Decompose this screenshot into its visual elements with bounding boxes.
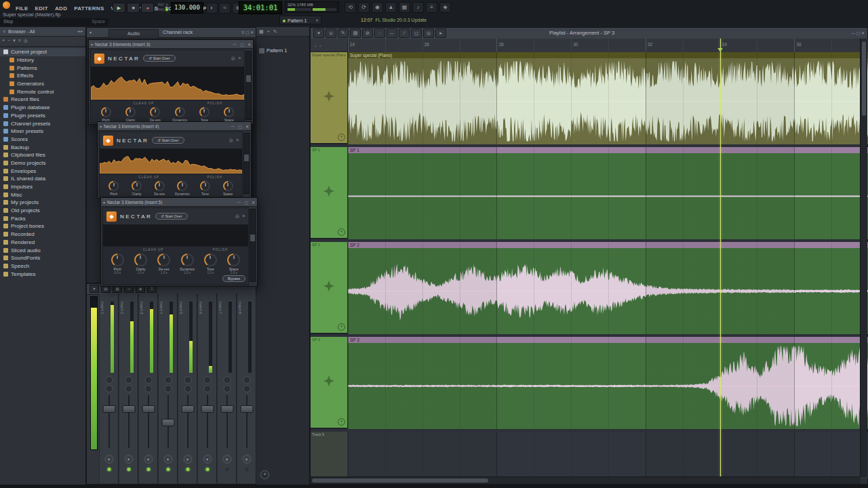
mixer-strip[interactable]: Insert 1▴: [99, 293, 119, 483]
burger-icon[interactable]: ≡: [3, 29, 5, 34]
menu-add[interactable]: ADD: [52, 4, 71, 12]
browser-item[interactable]: Sliced audio: [0, 246, 85, 254]
status-message[interactable]: 12:07FL Studio 20.0.3 Update: [361, 18, 427, 22]
collapse-icon[interactable]: −: [7, 37, 10, 45]
pan-knob[interactable]: [203, 376, 211, 384]
browser-item[interactable]: Plugin database: [0, 104, 85, 112]
volume-fader[interactable]: [240, 405, 253, 413]
mute-led-icon[interactable]: [107, 468, 111, 471]
volume-fader[interactable]: [142, 405, 155, 413]
browser-item[interactable]: Channel presets: [0, 119, 85, 127]
route-button[interactable]: ▴: [203, 455, 212, 464]
browser-item[interactable]: Plugin presets: [0, 112, 85, 120]
plugin-menu-icon[interactable]: ≡: [242, 214, 245, 219]
close-icon[interactable]: ✕: [245, 124, 249, 129]
plugin-menu-icon[interactable]: ≡: [236, 138, 239, 143]
browser-item[interactable]: Packs: [0, 214, 85, 222]
audio-clip[interactable]: SP 1: [348, 147, 868, 239]
help-icon[interactable]: ◎: [235, 214, 239, 219]
browser-item[interactable]: IL shared data: [0, 175, 85, 183]
minimize-icon[interactable]: —: [231, 124, 235, 128]
window-controls[interactable]: ≡ ▢ ✕: [241, 28, 254, 37]
mute-led-icon[interactable]: [146, 468, 150, 471]
track-add-button[interactable]: +: [338, 134, 345, 141]
add-icon[interactable]: +: [2, 37, 5, 45]
playlist-empty-area[interactable]: [311, 432, 868, 479]
mute-led-icon[interactable]: [127, 468, 130, 471]
clip-name-bar[interactable]: SP 1: [348, 147, 868, 153]
channel-rack-titlebar[interactable]: ▾ Audio Channel rack ≡ ▢ ✕: [87, 28, 256, 38]
knob-clarity[interactable]: [134, 253, 147, 266]
close-icon[interactable]: ✕: [252, 200, 255, 205]
blend-notes-icon[interactable]: ≈: [219, 3, 231, 14]
plugin-window[interactable]: ▾Nectar 3 Elements (Insert 4)—▢✕◆NECTAR↺…: [97, 121, 252, 199]
browser-item[interactable]: Mixer presets: [0, 127, 85, 136]
help-icon[interactable]: ◎: [229, 138, 233, 143]
track-header[interactable]: Track 5: [311, 432, 347, 479]
browser-item[interactable]: Project bones: [0, 222, 85, 230]
chevron-down-icon[interactable]: ▾: [13, 37, 16, 45]
mixer-menu-icon[interactable]: ▾: [90, 285, 99, 293]
knob-space[interactable]: [223, 181, 233, 191]
route-button[interactable]: ▴: [222, 455, 231, 464]
chevron-down-icon[interactable]: ▾: [103, 200, 105, 205]
browser-item[interactable]: Envelopes: [0, 167, 85, 175]
minimize-icon[interactable]: —: [237, 200, 241, 204]
browser-item[interactable]: Rendered: [0, 239, 85, 247]
playlist-corner-cell[interactable]: ⌄ ⌄: [311, 39, 348, 52]
redo-icon[interactable]: ⟳: [358, 2, 370, 13]
mute-led-icon[interactable]: [245, 468, 248, 471]
slip-icon[interactable]: ↔: [387, 28, 397, 38]
menu-patterns[interactable]: PATTERNS: [71, 4, 107, 12]
pencil-icon[interactable]: ✎: [273, 28, 277, 35]
browser-item[interactable]: Recent files: [0, 96, 85, 104]
close-icon[interactable]: ✕: [248, 42, 251, 47]
chevron-down-icon[interactable]: ▾: [100, 124, 102, 129]
volume-fader[interactable]: [122, 405, 135, 413]
chevron-down-icon[interactable]: ▾: [91, 42, 93, 47]
typing-keyboard-icon[interactable]: ▦: [399, 2, 410, 13]
minimize-icon[interactable]: —: [233, 42, 237, 46]
mute-led-icon[interactable]: [225, 468, 229, 471]
track-header[interactable]: SP 1+: [311, 147, 347, 239]
playlist-ruler[interactable]: 2426283032343638: [348, 39, 868, 53]
pan-knob[interactable]: [164, 376, 172, 384]
track-add-button[interactable]: +: [338, 323, 345, 331]
audio-clip[interactable]: SP 2: [348, 242, 868, 334]
search-icon[interactable]: ◎: [24, 37, 28, 45]
tab-audio[interactable]: Audio: [108, 29, 159, 38]
browser-item[interactable]: Templates: [0, 270, 85, 278]
picker-add-button[interactable]: +: [260, 470, 269, 479]
knob-tone[interactable]: [199, 107, 210, 117]
menu-file[interactable]: FILE: [12, 4, 32, 12]
browser-item[interactable]: Remote control: [0, 87, 85, 96]
knob-dynamics[interactable]: [177, 181, 187, 191]
stereo-knob[interactable]: [243, 385, 250, 392]
pan-knob[interactable]: [125, 376, 132, 384]
paint-icon[interactable]: ▨: [350, 28, 361, 38]
pat-song-switch[interactable]: PAT SONG: [152, 3, 168, 12]
knob-dynamics[interactable]: [175, 107, 185, 117]
stereo-knob[interactable]: [203, 385, 211, 392]
midi-icon[interactable]: ♪: [412, 2, 424, 13]
pencil-icon[interactable]: ✎: [338, 28, 349, 38]
tempo-display[interactable]: 130.000: [171, 2, 203, 14]
plugin-menu-icon[interactable]: ≡: [238, 56, 241, 61]
stereo-knob[interactable]: [125, 385, 132, 392]
pan-knob[interactable]: [223, 376, 231, 384]
one-click-record-icon[interactable]: ◉: [372, 2, 383, 13]
undo-icon[interactable]: ⟲: [344, 2, 356, 13]
stop-button[interactable]: ■: [127, 3, 140, 13]
pattern-selector[interactable]: Pattern 1▾: [279, 16, 321, 24]
volume-fader[interactable]: [201, 405, 214, 413]
knob-pitch[interactable]: [108, 181, 119, 191]
browser-item[interactable]: SoundFonts: [0, 254, 85, 262]
play-button[interactable]: ▶: [113, 3, 125, 13]
pan-knob[interactable]: [144, 376, 152, 384]
browser-item[interactable]: Clipboard files: [0, 151, 85, 159]
browser-item[interactable]: Demo projects: [0, 159, 85, 167]
plugin-titlebar[interactable]: ▾Nectar 3 Elements (Insert 5)—▢✕: [101, 198, 257, 207]
browser-item[interactable]: My projects: [0, 199, 85, 207]
maximize-icon[interactable]: ▢: [238, 124, 242, 129]
browser-item[interactable]: Generators: [0, 80, 85, 88]
